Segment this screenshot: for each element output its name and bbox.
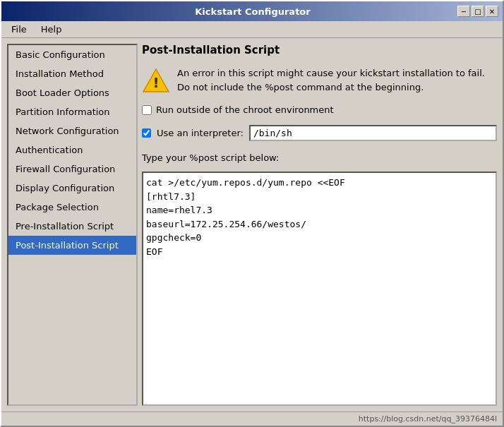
script-textarea[interactable] (142, 172, 497, 406)
main-window: Kickstart Configurator − □ ✕ File Help B… (0, 0, 504, 427)
sidebar-item-authentication[interactable]: Authentication (8, 140, 136, 160)
sidebar-item-network-configuration[interactable]: Network Configuration (8, 121, 136, 140)
close-button[interactable]: ✕ (486, 6, 498, 17)
script-label: Type your %post script below: (142, 152, 497, 163)
main-panel: Post-Installation Script ! An error in t… (142, 44, 497, 406)
status-text: https://blog.csdn.net/qq_39376484l (359, 414, 497, 423)
interpreter-row: Use an interpreter: (142, 125, 497, 141)
interpreter-input[interactable] (249, 125, 497, 141)
outside-chroot-checkbox[interactable] (142, 105, 152, 115)
sidebar-item-post-installation-script[interactable]: Post-Installation Script (8, 236, 136, 255)
warning-box: ! An error in this script might cause yo… (142, 66, 497, 95)
sidebar-item-basic-configuration[interactable]: Basic Configuration (8, 45, 136, 64)
sidebar-item-package-selection[interactable]: Package Selection (8, 198, 136, 217)
use-interpreter-label: Use an interpreter: (157, 128, 244, 138)
menubar: File Help (1, 21, 503, 38)
outside-chroot-label: Run outside of the chroot environment (156, 104, 334, 115)
titlebar: Kickstart Configurator − □ ✕ (1, 1, 503, 21)
outside-chroot-row: Run outside of the chroot environment (142, 104, 497, 115)
sidebar-item-firewall-configuration[interactable]: Firewall Configuration (8, 160, 136, 179)
sidebar-item-installation-method[interactable]: Installation Method (8, 64, 136, 83)
window-title: Kickstart Configurator (48, 6, 457, 17)
sidebar: Basic Configuration Installation Method … (7, 44, 138, 406)
window-controls: − □ ✕ (457, 6, 498, 17)
warning-text: An error in this script might cause your… (177, 66, 497, 94)
content-area: Basic Configuration Installation Method … (1, 38, 503, 411)
maximize-button[interactable]: □ (472, 6, 484, 17)
status-bar: https://blog.csdn.net/qq_39376484l (1, 411, 503, 426)
warning-icon: ! (142, 66, 170, 95)
menu-file[interactable]: File (6, 23, 32, 36)
sidebar-item-pre-installation-script[interactable]: Pre-Installation Script (8, 217, 136, 236)
sidebar-item-boot-loader-options[interactable]: Boot Loader Options (8, 83, 136, 102)
sidebar-item-display-configuration[interactable]: Display Configuration (8, 179, 136, 198)
panel-title: Post-Installation Script (142, 44, 497, 56)
use-interpreter-checkbox[interactable] (142, 128, 151, 138)
svg-text:!: ! (152, 74, 159, 91)
menu-help[interactable]: Help (35, 23, 68, 36)
minimize-button[interactable]: − (457, 6, 470, 17)
sidebar-item-partition-information[interactable]: Partition Information (8, 102, 136, 121)
